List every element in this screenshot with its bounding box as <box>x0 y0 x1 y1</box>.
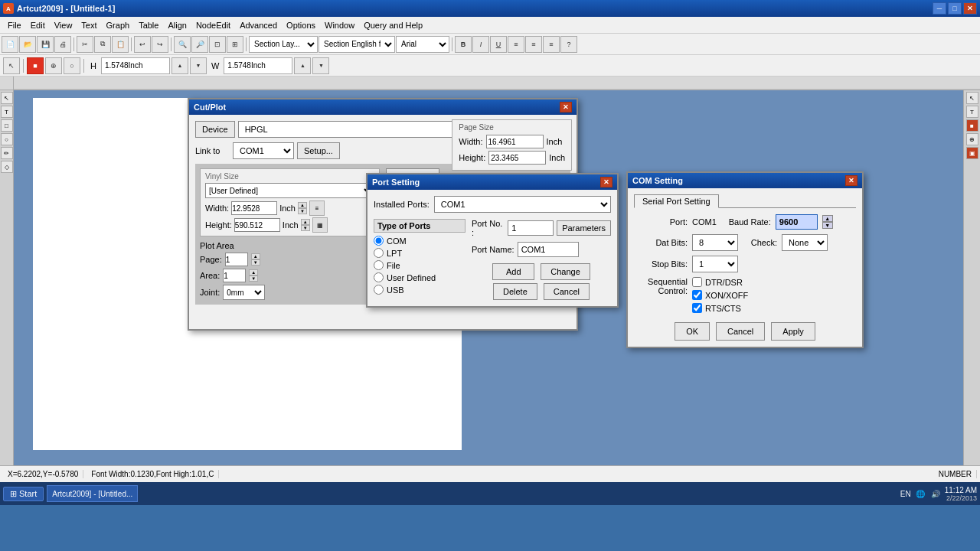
toolbar-help[interactable]: ? <box>560 36 577 53</box>
start-button[interactable]: ⊞ Start <box>3 487 44 501</box>
toolbar-save[interactable]: 💾 <box>37 36 54 53</box>
toolbar-zoom-fit[interactable]: ⊡ <box>209 36 226 53</box>
right-tool-5[interactable]: ▣ <box>966 147 978 159</box>
area-up[interactable]: ▲ <box>249 269 258 276</box>
page-width-input[interactable] <box>486 135 544 148</box>
taskbar-app-item[interactable]: Artcut2009] - [Untitled... <box>47 485 138 502</box>
linkto-dropdown[interactable]: COM1 <box>233 142 294 159</box>
radio-usb[interactable]: USB <box>374 285 466 295</box>
add-button[interactable]: Add <box>492 263 534 280</box>
toolbar-open[interactable]: 📂 <box>19 36 36 53</box>
toolbar-zoom-sel[interactable]: ⊞ <box>227 36 243 53</box>
page-input[interactable] <box>225 253 248 266</box>
xon-xoff-checkbox[interactable] <box>692 290 702 300</box>
toolbar-paste[interactable]: 📋 <box>112 36 129 53</box>
stop-bits-dropdown[interactable]: 1 <box>692 256 738 272</box>
page-height-input[interactable] <box>488 151 546 165</box>
rts-cts-checkbox[interactable] <box>692 303 702 313</box>
parameters-button[interactable]: Parameters <box>557 220 611 236</box>
installed-dropdown[interactable]: COM1 <box>434 196 611 213</box>
serial-port-tab[interactable]: Serial Port Setting <box>634 194 719 208</box>
vinyl-texture-btn[interactable]: ▦ <box>312 217 328 233</box>
menu-nodeedit[interactable]: NodeEdit <box>191 19 235 31</box>
radio-lpt-input[interactable] <box>374 248 384 258</box>
radio-com[interactable]: COM <box>374 236 466 246</box>
toolbar-copy[interactable]: ⧉ <box>94 36 111 53</box>
toolbar2-zoom2[interactable]: ⊕ <box>45 57 62 74</box>
h-spinner-up[interactable]: ▲ <box>172 57 188 74</box>
toolbar-underline[interactable]: U <box>490 36 507 53</box>
w-spinner-up[interactable]: ▲ <box>294 57 311 74</box>
toolbar2-color-red[interactable]: ■ <box>27 57 44 74</box>
menu-text[interactable]: Text <box>77 19 101 31</box>
joint-dropdown[interactable]: 0mm <box>223 285 265 300</box>
toolbar-zoom-out[interactable]: 🔎 <box>191 36 208 53</box>
port-name-input[interactable] <box>518 242 579 257</box>
right-tool-1[interactable]: ↖ <box>966 92 978 104</box>
com-apply-button[interactable]: Apply <box>771 322 815 341</box>
h-spinner-down[interactable]: ▼ <box>190 57 207 74</box>
toolbar-redo[interactable]: ↪ <box>152 36 168 53</box>
maximize-button[interactable]: □ <box>948 2 962 15</box>
area-down[interactable]: ▼ <box>249 276 258 282</box>
port-no-input[interactable] <box>508 220 554 236</box>
page-down[interactable]: ▼ <box>251 259 260 266</box>
radio-file[interactable]: File <box>374 260 466 270</box>
font-dropdown[interactable]: Arial <box>396 36 449 53</box>
toolbar-bold[interactable]: B <box>455 36 472 53</box>
menu-file[interactable]: File <box>3 19 26 31</box>
tool-rect[interactable]: □ <box>1 119 13 132</box>
vinyl-align-btn[interactable]: ≡ <box>309 201 325 216</box>
delete-button[interactable]: Delete <box>493 283 537 300</box>
right-tool-4[interactable]: ⊕ <box>966 133 978 145</box>
com-cancel-button[interactable]: Cancel <box>716 322 765 341</box>
toolbar-new[interactable]: 📄 <box>2 36 18 53</box>
vinyl-width-up[interactable]: ▲ <box>298 202 307 208</box>
toolbar-align-left[interactable]: ≡ <box>508 36 524 53</box>
toolbar-cut[interactable]: ✂ <box>77 36 93 53</box>
tool-node[interactable]: ◇ <box>1 161 13 173</box>
layout-dropdown[interactable]: Section Lay... <box>249 36 318 53</box>
menu-options[interactable]: Options <box>282 19 320 31</box>
dtr-dsr-checkbox[interactable] <box>692 277 702 287</box>
device-button[interactable]: Device <box>195 121 235 138</box>
radio-file-input[interactable] <box>374 260 384 270</box>
menu-table[interactable]: Table <box>134 19 163 31</box>
menu-query-help[interactable]: Query and Help <box>359 19 427 31</box>
right-tool-3[interactable]: ■ <box>966 119 978 132</box>
tool-circle[interactable]: ○ <box>1 133 13 145</box>
right-tool-2[interactable]: T <box>966 106 978 118</box>
toolbar-italic[interactable]: I <box>472 36 489 53</box>
baud-input[interactable] <box>776 214 818 230</box>
menu-edit[interactable]: Edit <box>26 19 50 31</box>
tool-arrow[interactable]: ↖ <box>1 92 13 104</box>
toolbar2-select[interactable]: ↖ <box>3 57 20 74</box>
radio-userdefined-input[interactable] <box>374 272 384 282</box>
change-button[interactable]: Change <box>541 263 590 280</box>
radio-usb-input[interactable] <box>374 285 384 295</box>
comsetting-close-button[interactable]: ✕ <box>845 175 858 186</box>
menu-align[interactable]: Align <box>163 19 191 31</box>
vinyl-height-up[interactable]: ▲ <box>301 219 310 225</box>
menu-window[interactable]: Window <box>320 19 359 31</box>
w-spinner-down[interactable]: ▼ <box>312 57 329 74</box>
english-dropdown[interactable]: Section English f... <box>318 36 395 53</box>
portsetting-close-button[interactable]: ✕ <box>600 177 612 187</box>
radio-userdefined[interactable]: User Defined <box>374 272 466 282</box>
minimize-button[interactable]: ─ <box>933 2 946 15</box>
menu-graph[interactable]: Graph <box>102 19 135 31</box>
baud-up[interactable]: ▲ <box>822 215 833 222</box>
tool-text[interactable]: T <box>1 106 13 118</box>
toolbar-align-center[interactable]: ≡ <box>525 36 542 53</box>
area-input[interactable] <box>223 269 246 282</box>
vinyl-width-down[interactable]: ▼ <box>298 208 307 214</box>
close-button[interactable]: ✕ <box>963 2 977 15</box>
radio-lpt[interactable]: LPT <box>374 248 466 258</box>
vinyl-size-dropdown[interactable]: [User Defined] <box>205 183 374 198</box>
toolbar-print[interactable]: 🖨 <box>54 36 71 53</box>
vinyl-height-input[interactable] <box>234 218 280 232</box>
baud-down[interactable]: ▼ <box>822 222 833 229</box>
menu-view[interactable]: View <box>50 19 77 31</box>
toolbar-align-right[interactable]: ≡ <box>543 36 560 53</box>
vinyl-width-input[interactable] <box>231 201 277 215</box>
